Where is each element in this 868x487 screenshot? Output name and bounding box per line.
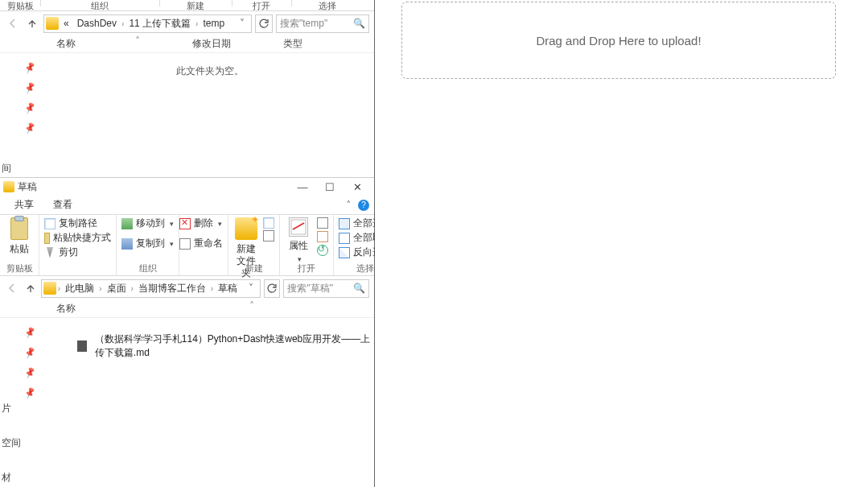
move-to-icon xyxy=(121,218,133,229)
paste-shortcut-button[interactable]: 粘贴快捷方式 xyxy=(44,232,111,244)
ribbon-group-clipboard-extra: 复制路径 粘贴快捷方式 剪切 xyxy=(39,215,117,275)
cut-icon xyxy=(44,247,56,258)
rename-icon xyxy=(179,238,191,250)
search-input[interactable]: 搜索"temp" 🔍 xyxy=(276,14,369,33)
nav-tree-fragment: 间 xyxy=(0,159,374,177)
paste-button[interactable]: 粘贴 xyxy=(2,217,37,255)
pin-icon: 📌 xyxy=(23,366,37,380)
copy-to-icon xyxy=(121,238,133,250)
arrow-up-icon xyxy=(27,18,38,29)
titlebar: 草稿 — ☐ ✕ xyxy=(0,178,374,196)
pin-icon: 📌 xyxy=(23,81,37,95)
breadcrumb-dropdown[interactable]: ˅ xyxy=(235,18,249,29)
column-headers: 名称 修改日期 类型 xyxy=(0,35,374,53)
breadcrumb-dropdown[interactable]: ˅ xyxy=(244,283,258,294)
section-new: 新建 xyxy=(159,0,232,10)
refresh-icon xyxy=(259,19,269,29)
chevron-right-icon: › xyxy=(131,284,134,293)
invert-selection-icon xyxy=(339,247,350,258)
new-item-icon[interactable] xyxy=(263,217,274,229)
quick-access-pins: 📌 📌 📌 📌 xyxy=(0,318,45,398)
close-button[interactable]: ✕ xyxy=(343,179,371,195)
new-folder-icon xyxy=(235,217,257,240)
delete-button[interactable]: 删除▾ xyxy=(179,217,223,229)
section-clipboard: 剪贴板 xyxy=(0,0,40,10)
minimize-button[interactable]: — xyxy=(289,179,316,195)
col-type[interactable]: 类型 xyxy=(264,37,312,51)
cut-button[interactable]: 剪切 xyxy=(44,246,111,258)
maximize-button[interactable]: ☐ xyxy=(316,179,343,195)
breadcrumb-item[interactable]: 此电脑 xyxy=(62,280,97,297)
nav-up-button[interactable] xyxy=(23,280,37,296)
rename-button[interactable]: 重命名 xyxy=(179,237,223,250)
pin-icon: 📌 xyxy=(23,346,37,360)
search-input[interactable]: 搜索"草稿" 🔍 xyxy=(283,279,369,298)
history-icon[interactable] xyxy=(317,245,328,256)
chevron-down-icon: ▾ xyxy=(170,240,174,248)
breadcrumb-overflow[interactable]: « xyxy=(60,16,72,31)
breadcrumb-item[interactable]: 桌面 xyxy=(104,280,130,297)
markdown-file-icon xyxy=(77,340,87,352)
breadcrumb-item[interactable]: 11 上传下载篇 xyxy=(125,15,194,32)
arrow-left-icon xyxy=(6,283,18,294)
nav-back-button[interactable] xyxy=(5,15,21,31)
paste-icon xyxy=(10,217,28,240)
tab-view[interactable]: 查看 xyxy=(53,198,72,212)
collapse-ribbon-icon[interactable]: ˄ xyxy=(346,199,352,211)
properties-button[interactable]: 属性 ▾ xyxy=(285,217,312,263)
explorer-window-top: 剪贴板 组织 新建 打开 选择 « DashDev › 11 上传下载 xyxy=(0,0,374,178)
section-open: 打开 xyxy=(232,0,291,10)
ribbon-section-labels: 剪贴板 组织 新建 打开 选择 xyxy=(0,0,374,11)
copy-path-button[interactable]: 复制路径 xyxy=(44,217,111,229)
ribbon-group-clipboard: 粘贴 剪贴板 xyxy=(0,215,39,275)
nav-tree-item[interactable]: 片 xyxy=(2,400,374,417)
dropzone-text: Drag and Drop Here to upload! xyxy=(536,34,701,47)
help-button[interactable]: ? xyxy=(358,200,369,211)
open-icon[interactable] xyxy=(317,217,328,229)
delete-icon xyxy=(179,218,191,229)
chevron-right-icon: › xyxy=(58,284,60,293)
move-to-button[interactable]: 移动到▾ xyxy=(121,217,174,229)
chevron-right-icon: › xyxy=(211,284,213,293)
tab-share[interactable]: 共享 xyxy=(14,198,34,212)
col-name[interactable]: 名称 xyxy=(0,37,159,51)
quick-access-pins: 📌 📌 📌 📌 xyxy=(0,53,45,159)
empty-folder-message: 此文件夹为空。 xyxy=(45,53,374,159)
nav-tree-item[interactable]: 空间 xyxy=(2,435,374,452)
breadcrumb-item[interactable]: 当期博客工作台 xyxy=(135,280,209,297)
group-label: 新建 xyxy=(228,262,279,274)
folder-icon xyxy=(43,282,56,295)
edit-icon[interactable] xyxy=(317,231,328,242)
chevron-right-icon: › xyxy=(121,19,124,28)
copy-to-button[interactable]: 复制到▾ xyxy=(121,237,174,250)
refresh-button[interactable] xyxy=(264,279,280,298)
col-name[interactable]: 名称 xyxy=(0,302,274,316)
explorer-window-bottom: 草稿 — ☐ ✕ 共享 查看 ˄ ? 粘贴 剪贴板 xyxy=(0,178,374,487)
nav-back-button[interactable] xyxy=(5,280,19,296)
group-label: 组织 xyxy=(117,262,179,274)
copy-path-icon xyxy=(44,218,56,229)
breadcrumb[interactable]: « DashDev › 11 上传下载篇 › temp ˅ xyxy=(43,14,252,33)
section-organize: 组织 xyxy=(40,0,159,10)
address-bar-row: « DashDev › 11 上传下载篇 › temp ˅ 搜索"temp" 🔍 xyxy=(0,11,374,35)
upload-dropzone[interactable]: Drag and Drop Here to upload! xyxy=(401,2,836,79)
col-modified[interactable]: 修改日期 xyxy=(159,37,264,51)
chevron-down-icon: ▾ xyxy=(170,220,174,228)
select-none-icon xyxy=(339,233,350,244)
ribbon-group-organize: 移动到▾ 复制到▾ 组织 xyxy=(117,215,179,275)
breadcrumb-item[interactable]: 草稿 xyxy=(215,280,241,297)
breadcrumb-item[interactable]: DashDev xyxy=(74,16,120,31)
nav-up-button[interactable] xyxy=(24,15,40,31)
breadcrumb[interactable]: › 此电脑 › 桌面 › 当期博客工作台 › 草稿 ˅ xyxy=(41,279,261,298)
easy-access-icon[interactable] xyxy=(263,230,274,241)
folder-icon xyxy=(3,181,14,192)
list-item[interactable]: （数据科学学习手札114）Python+Dash快速web应用开发——上传下载篇… xyxy=(60,329,374,363)
breadcrumb-item[interactable]: temp xyxy=(200,16,228,31)
nav-tree-item[interactable]: 间 xyxy=(2,160,374,177)
properties-icon xyxy=(289,217,308,237)
refresh-button[interactable] xyxy=(255,14,273,33)
nav-tree-item[interactable]: 材 xyxy=(2,469,374,486)
chevron-right-icon: › xyxy=(195,19,198,28)
arrow-left-icon xyxy=(7,18,19,29)
file-name: （数据科学学习手札114）Python+Dash快速web应用开发——上传下载篇… xyxy=(95,332,374,360)
